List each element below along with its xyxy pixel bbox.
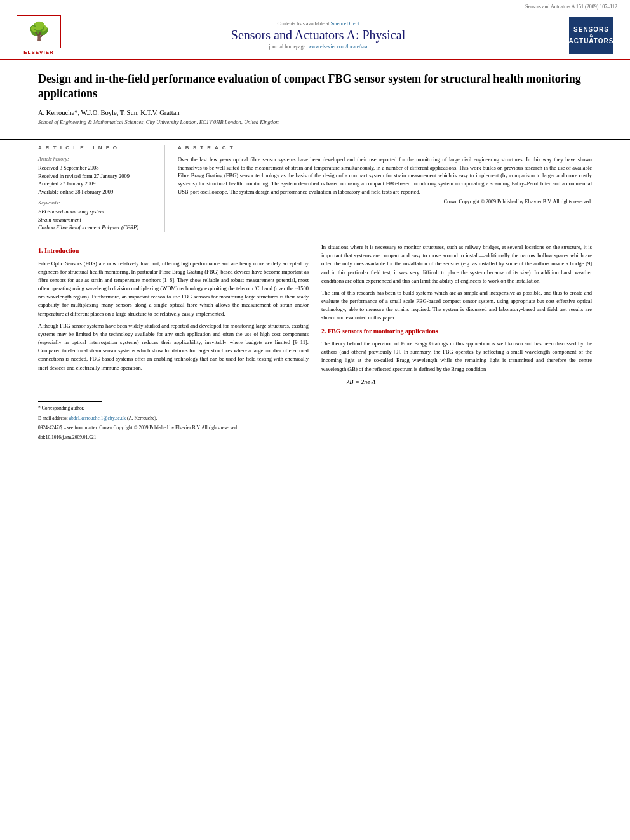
homepage-link[interactable]: www.elsevier.com/locate/sna: [308, 44, 367, 50]
sensors-actuators-logo: SENSORS & ACTUATORS: [569, 17, 620, 54]
footnote-rule: [38, 401, 102, 402]
intro-para-4: The aim of this research has been to bui…: [321, 289, 592, 323]
sensors-text: SENSORS: [573, 26, 609, 33]
received-revised-date: Received in revised form 27 January 2009: [38, 172, 155, 180]
doi-note: doi:10.1016/j.sna.2009.01.021: [38, 434, 592, 441]
email-note: E-mail address: abdel.kerrouche.1@city.a…: [38, 415, 592, 422]
article-authors: A. Kerrouche*, W.J.O. Boyle, T. Sun, K.T…: [38, 109, 592, 116]
sensors-and: &: [589, 33, 593, 37]
equation: λB = 2ne·Λ: [321, 377, 592, 387]
article-info-abstract: A R T I C L E I N F O Article history: R…: [38, 140, 592, 237]
sciencedirect-text: Contents lists available at ScienceDirec…: [67, 21, 569, 27]
issn-note: 0924-4247/$ – see front matter. Crown Co…: [38, 424, 592, 431]
fbg-para-1: The theory behind the operation of Fibre…: [321, 340, 592, 373]
keyword-3: Carbon Fibre Reinforcement Polymer (CFRP…: [38, 223, 155, 232]
sciencedirect-link[interactable]: ScienceDirect: [331, 21, 359, 27]
keyword-2: Strain measurement: [38, 216, 155, 224]
abstract-text: Over the last few years optical fibre se…: [178, 156, 592, 196]
two-col-content: 1. Introduction Fibre Optic Sensors (FOS…: [38, 243, 592, 389]
intro-para-1: Fibre Optic Sensors (FOS) are now relati…: [38, 260, 309, 318]
journal-homepage: journal homepage: www.elsevier.com/locat…: [67, 44, 569, 50]
page-wrapper: Sensors and Actuators A 151 (2009) 107–1…: [0, 0, 630, 840]
actuators-text: ACTUATORS: [569, 37, 614, 44]
abstract-column: A B S T R A C T Over the last few years …: [178, 145, 592, 232]
intro-para-2: Although FBG sensor systems have been wi…: [38, 322, 309, 372]
intro-heading: 1. Introduction: [38, 246, 309, 256]
keyword-1: FBG-based monitoring system: [38, 208, 155, 216]
journal-header: 🌳 ELSEVIER Contents lists available at S…: [0, 11, 630, 60]
article-body: A R T I C L E I N F O Article history: R…: [0, 139, 630, 237]
top-reference: Sensors and Actuators A 151 (2009) 107–1…: [0, 0, 630, 11]
available-date: Available online 28 February 2009: [38, 188, 155, 196]
abstract-copyright: Crown Copyright © 2009 Published by Else…: [178, 199, 592, 204]
elsevier-label: ELSEVIER: [23, 50, 54, 55]
keywords-label: Keywords:: [38, 200, 155, 206]
email-link[interactable]: abdel.kerrouche.1@city.ac.uk: [69, 415, 126, 421]
elsevier-tree-icon: 🌳: [28, 23, 50, 41]
article-info-title: A R T I C L E I N F O: [38, 145, 155, 152]
article-title: Design and in-the-field performance eval…: [38, 72, 592, 102]
left-content-column: 1. Introduction Fibre Optic Sensors (FOS…: [38, 243, 309, 389]
fbg-heading: 2. FBG sensors for monitoring applicatio…: [321, 326, 592, 337]
footer-section: * Corresponding author. E-mail address: …: [0, 396, 630, 441]
corresponding-author-note: * Corresponding author.: [38, 404, 592, 411]
main-body: 1. Introduction Fibre Optic Sensors (FOS…: [0, 243, 630, 389]
article-affiliation: School of Engineering & Mathematical Sci…: [38, 119, 592, 125]
accepted-date: Accepted 27 January 2009: [38, 180, 155, 188]
intro-para-3: In situations where it is necessary to m…: [321, 243, 592, 285]
journal-center: Contents lists available at ScienceDirec…: [67, 21, 569, 50]
article-title-section: Design and in-the-field performance eval…: [0, 60, 630, 139]
history-label: Article history:: [38, 156, 155, 162]
elsevier-box: 🌳: [17, 15, 61, 48]
right-content-column: In situations where it is necessary to m…: [321, 243, 592, 389]
article-info-column: A R T I C L E I N F O Article history: R…: [38, 145, 165, 232]
journal-reference: Sensors and Actuators A 151 (2009) 107–1…: [525, 4, 617, 10]
sensors-box: SENSORS & ACTUATORS: [569, 17, 613, 54]
journal-name: Sensors and Actuators A: Physical: [67, 28, 569, 43]
received-date: Received 3 September 2008: [38, 164, 155, 172]
abstract-title: A B S T R A C T: [178, 145, 592, 152]
elsevier-logo: 🌳 ELSEVIER: [10, 15, 67, 55]
